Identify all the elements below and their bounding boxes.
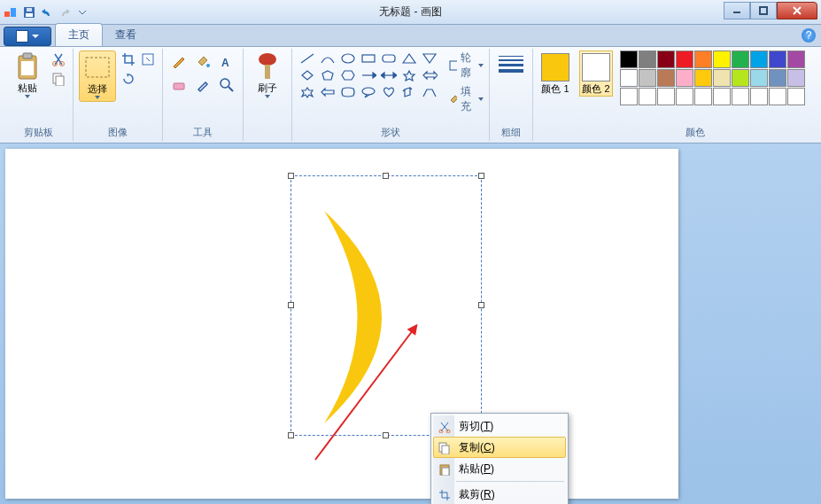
paste-button[interactable]: 粘贴: [9, 50, 46, 100]
palette-swatch[interactable]: [657, 88, 675, 105]
color-palette[interactable]: [620, 50, 805, 105]
text-tool[interactable]: A: [216, 50, 237, 72]
palette-swatch[interactable]: [694, 69, 712, 87]
rotate-button[interactable]: [120, 70, 137, 88]
svg-marker-35: [373, 73, 376, 78]
palette-swatch[interactable]: [732, 69, 749, 87]
handle-ne[interactable]: [478, 173, 484, 179]
pencil-tool[interactable]: [168, 50, 190, 72]
palette-swatch[interactable]: [713, 50, 731, 68]
palette-swatch[interactable]: [676, 69, 693, 87]
svg-rect-1: [11, 8, 16, 17]
palette-swatch[interactable]: [713, 69, 731, 87]
palette-swatch[interactable]: [639, 69, 656, 87]
ctx-copy[interactable]: 复制(C): [433, 437, 566, 458]
group-size: 粗细: [490, 49, 533, 141]
ctx-paste[interactable]: 粘贴(P): [433, 458, 566, 479]
svg-rect-15: [56, 76, 64, 86]
palette-swatch[interactable]: [694, 88, 712, 105]
palette-swatch[interactable]: [639, 88, 656, 105]
tab-view[interactable]: 查看: [103, 24, 149, 46]
palette-swatch[interactable]: [620, 69, 638, 87]
svg-point-26: [342, 54, 354, 63]
qat-redo[interactable]: [57, 4, 73, 20]
qat-dropdown[interactable]: [74, 4, 90, 20]
crop-button[interactable]: [120, 50, 137, 68]
palette-swatch[interactable]: [713, 88, 731, 105]
palette-swatch[interactable]: [769, 69, 786, 87]
svg-rect-10: [23, 53, 32, 58]
picker-tool[interactable]: [192, 74, 213, 96]
palette-swatch[interactable]: [732, 50, 749, 68]
qat-undo[interactable]: [39, 4, 55, 20]
svg-rect-6: [760, 7, 767, 14]
color-2[interactable]: 颜色 2: [579, 50, 613, 97]
file-menu-button[interactable]: [4, 27, 51, 46]
palette-swatch[interactable]: [676, 50, 693, 68]
palette-swatch[interactable]: [620, 88, 638, 105]
brushes-button[interactable]: 刷子: [249, 50, 286, 100]
palette-swatch[interactable]: [676, 88, 693, 105]
svg-marker-31: [302, 71, 313, 80]
svg-text:A: A: [221, 57, 229, 69]
shape-gallery[interactable]: [298, 50, 439, 100]
maximize-button[interactable]: [750, 2, 777, 19]
handle-s[interactable]: [383, 432, 389, 438]
svg-rect-49: [442, 468, 449, 476]
handle-w[interactable]: [288, 302, 294, 308]
ctx-cut[interactable]: 剪切(T): [433, 415, 566, 437]
color-1-swatch: [541, 53, 569, 81]
handle-n[interactable]: [383, 173, 389, 179]
svg-line-25: [301, 54, 314, 63]
group-tools: A 工具: [163, 49, 244, 141]
svg-rect-28: [383, 55, 395, 62]
brush-icon: [253, 52, 282, 81]
palette-swatch[interactable]: [750, 50, 768, 68]
svg-rect-3: [26, 13, 33, 17]
close-button[interactable]: [777, 2, 817, 19]
svg-point-42: [362, 88, 375, 95]
shape-outline[interactable]: 轮廓: [448, 50, 484, 81]
color-1[interactable]: 颜色 1: [538, 50, 572, 97]
help-button[interactable]: ?: [802, 28, 816, 43]
palette-swatch[interactable]: [620, 50, 638, 68]
handle-e[interactable]: [478, 302, 484, 308]
svg-rect-4: [27, 8, 32, 12]
svg-marker-33: [342, 71, 354, 80]
svg-marker-29: [403, 54, 415, 63]
magnifier-tool[interactable]: [216, 74, 237, 96]
palette-swatch[interactable]: [732, 88, 749, 105]
handle-sw[interactable]: [288, 432, 294, 438]
qat-save[interactable]: [21, 4, 37, 20]
palette-swatch[interactable]: [787, 88, 805, 105]
tab-home[interactable]: 主页: [55, 23, 103, 46]
palette-swatch[interactable]: [694, 50, 712, 68]
palette-swatch[interactable]: [769, 88, 786, 105]
copy-button[interactable]: [50, 70, 67, 88]
svg-marker-41: [321, 89, 334, 96]
shape-fill[interactable]: 填充: [448, 84, 484, 114]
size-button[interactable]: [495, 50, 527, 73]
palette-swatch[interactable]: [769, 50, 786, 68]
svg-line-22: [228, 87, 233, 91]
cut-button[interactable]: [50, 50, 67, 68]
ctx-crop[interactable]: 裁剪(R): [433, 484, 566, 504]
selection-rect[interactable]: [290, 175, 482, 436]
palette-swatch[interactable]: [639, 50, 656, 68]
resize-button[interactable]: [139, 50, 157, 68]
palette-swatch[interactable]: [657, 69, 675, 87]
handle-nw[interactable]: [288, 173, 294, 179]
select-button[interactable]: 选择: [79, 50, 116, 102]
group-clipboard: 粘贴 剪贴板: [4, 49, 74, 141]
minimize-button[interactable]: [724, 2, 750, 19]
palette-swatch[interactable]: [787, 50, 805, 68]
svg-marker-37: [381, 73, 384, 78]
palette-swatch[interactable]: [787, 69, 805, 87]
eraser-tool[interactable]: [168, 74, 190, 96]
palette-swatch[interactable]: [750, 69, 768, 87]
palette-swatch[interactable]: [750, 88, 768, 105]
canvas[interactable]: [5, 149, 678, 499]
palette-swatch[interactable]: [657, 50, 675, 68]
fill-tool[interactable]: [192, 50, 213, 72]
select-icon: [83, 53, 112, 81]
